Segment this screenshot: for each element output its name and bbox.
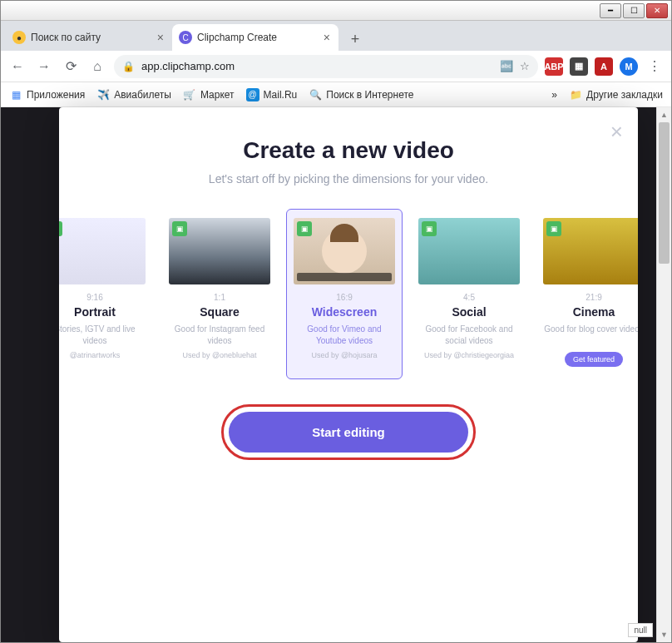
card-desc: Good for Vimeo and Youtube videos — [294, 324, 395, 346]
scroll-up-icon[interactable]: ▲ — [657, 107, 671, 122]
apps-icon: ▦ — [9, 88, 22, 101]
tab-title: Поиск по сайту — [31, 32, 152, 43]
card-thumbnail: ▣ — [418, 218, 520, 284]
tab-close-icon[interactable]: × — [157, 31, 164, 44]
card-thumbnail: ▣ — [294, 218, 395, 284]
address-bar[interactable]: 🔒 app.clipchamp.com 🔤 ☆ — [114, 55, 538, 78]
start-editing-button[interactable]: Start editing — [229, 412, 468, 453]
bookmarks-overflow[interactable]: » — [551, 89, 557, 101]
null-indicator: null — [628, 623, 653, 637]
favicon-icon: ● — [12, 31, 26, 44]
bookmark-search[interactable]: 🔍 Поиск в Интернете — [309, 88, 413, 101]
card-credit: Used by @christiegeorgiaa — [418, 351, 520, 359]
card-desc: Stories, IGTV and live videos — [59, 324, 146, 346]
card-widescreen[interactable]: ▣ 16:9 Widescreen Good for Vimeo and You… — [286, 209, 403, 379]
translate-icon[interactable]: 🔤 — [500, 60, 513, 72]
card-thumbnail: ▣ — [169, 218, 270, 284]
card-desc: Good for Facebook and social videos — [418, 324, 520, 346]
forward-button[interactable]: → — [34, 57, 54, 77]
card-thumbnail: ▣ — [543, 218, 638, 284]
favicon-icon: C — [179, 31, 192, 44]
window-titlebar: ━ ☐ ✕ — [1, 1, 671, 21]
card-name: Social — [418, 305, 520, 319]
adblock-icon[interactable]: ABP — [545, 57, 563, 76]
url-text: app.clipchamp.com — [141, 60, 235, 72]
bookmarks-bar: ▦ Приложения ✈️ Авиабилеты 🛒 Маркет @ Ma… — [1, 82, 671, 107]
lock-icon: 🔒 — [122, 61, 135, 72]
card-name: Widescreen — [294, 305, 395, 319]
create-video-modal: × Create a new video Let's start off by … — [59, 107, 638, 642]
back-button[interactable]: ← — [7, 57, 27, 77]
card-square[interactable]: ▣ 1:1 Square Good for Instagram feed vid… — [161, 209, 278, 379]
window-maximize-button[interactable]: ☐ — [623, 3, 645, 18]
star-icon[interactable]: ☆ — [520, 60, 530, 72]
card-name: Portrait — [59, 305, 146, 319]
card-name: Cinema — [543, 305, 638, 319]
bookmark-flights[interactable]: ✈️ Авиабилеты — [96, 88, 171, 101]
pdf-icon[interactable]: A — [595, 57, 613, 76]
card-credit: Used by @onebluehat — [169, 351, 270, 359]
vertical-scrollbar[interactable]: ▲ ▼ — [656, 107, 671, 642]
cart-icon: 🛒 — [183, 88, 196, 101]
card-ratio: 4:5 — [418, 293, 520, 302]
card-ratio: 21:9 — [543, 293, 638, 302]
reload-button[interactable]: ⟳ — [61, 57, 81, 77]
card-ratio: 16:9 — [294, 293, 395, 302]
card-ratio: 1:1 — [169, 293, 270, 302]
tab-clipchamp[interactable]: C Clipchamp Create × — [172, 24, 338, 51]
tab-close-icon[interactable]: × — [324, 31, 330, 44]
scrollbar-thumb[interactable] — [659, 122, 670, 264]
other-bookmarks[interactable]: 📁 Другие закладки — [569, 88, 663, 101]
mail-icon: @ — [246, 88, 259, 101]
template-badge-icon: ▣ — [546, 221, 561, 236]
page-viewport: × Create a new video Let's start off by … — [1, 107, 671, 642]
card-desc: Good for Instagram feed videos — [169, 324, 270, 346]
start-button-wrap: Start editing — [67, 404, 630, 460]
browser-toolbar: ← → ⟳ ⌂ 🔒 app.clipchamp.com 🔤 ☆ ABP ▦ A … — [1, 51, 671, 82]
card-ratio: 9:16 — [59, 293, 146, 302]
template-badge-icon: ▣ — [172, 221, 187, 236]
profile-avatar[interactable]: M — [620, 57, 638, 76]
get-featured-button[interactable]: Get featured — [565, 352, 623, 367]
bookmark-mailru[interactable]: @ Mail.Ru — [246, 88, 298, 101]
dimension-card-list: ▣ 9:16 Portrait Stories, IGTV and live v… — [59, 209, 638, 379]
window-close-button[interactable]: ✕ — [646, 3, 668, 18]
modal-title: Create a new video — [67, 137, 630, 164]
card-credit: Used by @hojusara — [294, 351, 395, 359]
home-button[interactable]: ⌂ — [87, 57, 107, 77]
card-portrait[interactable]: ▣ 9:16 Portrait Stories, IGTV and live v… — [59, 209, 153, 379]
modal-close-button[interactable]: × — [610, 119, 623, 145]
card-credit: @atrinartworks — [59, 351, 146, 359]
scroll-down-icon[interactable]: ▼ — [657, 627, 671, 642]
template-badge-icon: ▣ — [422, 221, 437, 236]
card-cinema[interactable]: ▣ 21:9 Cinema Good for blog cover videos… — [536, 209, 638, 379]
highlight-ring: Start editing — [221, 404, 476, 460]
extension-icon[interactable]: ▦ — [570, 57, 588, 76]
folder-icon: 📁 — [569, 88, 582, 101]
template-badge-icon: ▣ — [59, 221, 62, 236]
search-icon: 🔍 — [309, 88, 322, 101]
modal-subtitle: Let's start off by picking the dimension… — [67, 172, 630, 185]
new-tab-button[interactable]: + — [343, 27, 367, 51]
card-thumbnail: ▣ — [59, 218, 146, 284]
card-name: Square — [169, 305, 270, 319]
apps-shortcut[interactable]: ▦ Приложения — [9, 88, 85, 101]
template-badge-icon: ▣ — [297, 221, 312, 236]
bookmark-market[interactable]: 🛒 Маркет — [183, 88, 235, 101]
plane-icon: ✈️ — [96, 88, 110, 101]
menu-button[interactable]: ⋮ — [645, 57, 665, 77]
window-minimize-button[interactable]: ━ — [600, 3, 621, 18]
card-desc: Good for blog cover videos — [543, 324, 638, 345]
card-social[interactable]: ▣ 4:5 Social Good for Facebook and socia… — [411, 209, 527, 379]
tab-title: Clipchamp Create — [197, 32, 319, 43]
tab-search[interactable]: ● Поиск по сайту × — [6, 24, 172, 51]
tab-strip: ● Поиск по сайту × C Clipchamp Create × … — [1, 21, 671, 51]
